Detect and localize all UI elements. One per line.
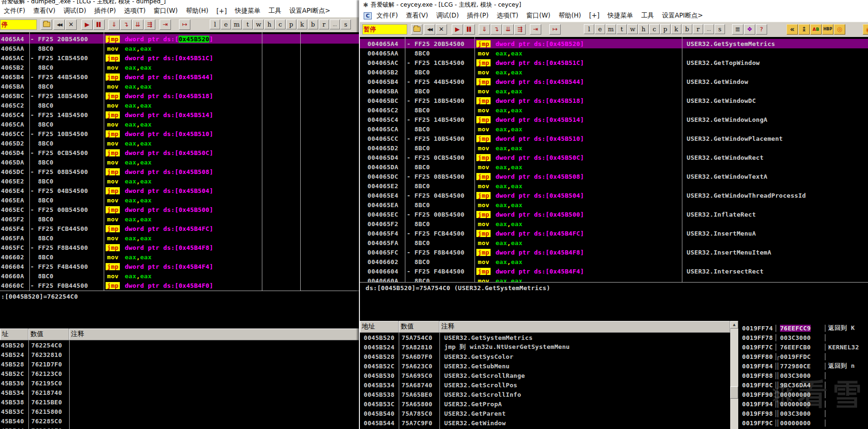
menu-item-5[interactable]: 窗口(W): [527, 11, 551, 20]
open-file-icon[interactable]: [41, 19, 52, 30]
till-return-icon[interactable]: ⇥: [530, 24, 541, 35]
shortcut-e-button[interactable]: e: [221, 19, 231, 29]
disasm-row[interactable]: 406604- FF25 F4B44500jmpdword ptr ds:[0x…: [0, 262, 359, 271]
disasm-row[interactable]: 4065BA 8BC0moveax,eax: [0, 82, 359, 91]
disasm-row[interactable]: 4065CC- FF25 10B54500jmpdword ptr ds:[0x…: [0, 129, 359, 138]
shortcut-l-button[interactable]: l: [584, 24, 594, 34]
table-row[interactable]: 0045B53C75A65800USER32.GetPropA: [360, 399, 730, 409]
till-user-icon[interactable]: ↦: [179, 19, 190, 30]
table-row[interactable]: 0045B52875A6D7F0USER32.GetSysColor: [360, 352, 730, 361]
disasm-row[interactable]: 4065DA 8BC0moveax,eax: [0, 157, 359, 167]
shortcut-more-button[interactable]: ...: [704, 24, 714, 34]
stack-row[interactable]: 0019FF74 76EEFCC9返回到 K: [738, 323, 868, 333]
disasm-row[interactable]: 4065BC- FF25 18B54500jmpdword ptr ds:[0x…: [0, 91, 359, 100]
animate-over-icon[interactable]: ⇶: [514, 24, 526, 35]
column-header-3[interactable]: 注释: [439, 321, 730, 332]
menu-item-8[interactable]: 快捷菜单: [235, 7, 260, 15]
shortcut-r-button[interactable]: r: [693, 24, 703, 34]
stack-row[interactable]: 0019FF84│772980CE返回到 n: [738, 361, 868, 371]
disasm-row[interactable]: 004065AA 8BC0moveax,eax: [360, 48, 868, 58]
disasm-row[interactable]: 004065B2 8BC0moveax,eax: [360, 67, 868, 77]
origin-icon[interactable]: ◎: [834, 24, 845, 35]
animate-over-icon[interactable]: ⇶: [144, 19, 155, 30]
restart-icon[interactable]: ◀◀: [54, 19, 65, 30]
plugin-icon[interactable]: ❖: [744, 24, 755, 35]
table-row[interactable]: 0045B52475A82810jmp 到 win32u.NtUserGetSy…: [360, 342, 730, 352]
disasm-row[interactable]: 40660C- FF25 F0B44500jmpdword ptr ds:[0x…: [0, 281, 359, 290]
shortcut-k-button[interactable]: k: [297, 19, 307, 29]
menu-item-1[interactable]: 查看(V): [406, 11, 428, 20]
disasm-row[interactable]: 4065AC- FF25 1CB54500jmpdword ptr ds:[0x…: [0, 53, 359, 63]
disasm-row[interactable]: 004065EA 8BC0moveax,eax: [360, 200, 868, 210]
shortcut-t-button[interactable]: t: [242, 19, 253, 29]
open-file-icon[interactable]: [411, 24, 422, 35]
table-row[interactable]: 45B53476218740: [0, 388, 359, 397]
shortcut-m-button[interactable]: m: [606, 24, 616, 34]
disasm-row[interactable]: 004065D2 8BC0moveax,eax: [360, 143, 868, 153]
stack-row[interactable]: 0019FF80┌0019FFDC: [738, 352, 868, 361]
disasm-row[interactable]: 4065A4- FF25 20B54500jmpdword ptr ds:[0x…: [0, 34, 359, 44]
disasm-row[interactable]: 004065F2 8BC0moveax,eax: [360, 219, 868, 228]
till-return-icon[interactable]: ⇥: [160, 19, 171, 30]
menu-item-3[interactable]: 插件(P): [94, 7, 116, 15]
disasm-row[interactable]: 004065E4- FF25 04B54500jmpdword ptr ds:[…: [360, 191, 868, 200]
disasm-row[interactable]: 40660A 8BC0moveax,eax: [0, 271, 359, 281]
menu-item-6[interactable]: 帮助(H): [558, 11, 581, 20]
table-row[interactable]: 45B5287621D7F0: [0, 359, 359, 369]
shortcut-l-button[interactable]: l: [210, 19, 220, 29]
disasm-row[interactable]: 004065A4- FF25 20B54500jmpdword ptr ds:[…: [360, 39, 868, 48]
disasm-row[interactable]: 004065FC- FF25 F8B44500jmpdword ptr ds:[…: [360, 247, 868, 257]
options-icon[interactable]: ≣: [732, 24, 743, 35]
animate-into-icon[interactable]: ⇊: [132, 19, 143, 30]
disasm-row[interactable]: 4065B4- FF25 44B54500jmpdword ptr ds:[0x…: [0, 72, 359, 82]
back-icon[interactable]: «: [787, 24, 798, 35]
disasm-row[interactable]: 4065CA 8BC0moveax,eax: [0, 119, 359, 129]
stack-row[interactable]: 0019FF98│003C3000: [738, 409, 868, 418]
disasm-row[interactable]: 004065DC- FF25 08B54500jmpdword ptr ds:[…: [360, 172, 868, 181]
disasm-row[interactable]: 406602 8BC0moveax,eax: [0, 252, 359, 262]
menu-item-9[interactable]: 工具: [641, 11, 654, 20]
menu-item-4[interactable]: 选项(T): [124, 7, 146, 15]
stack-row[interactable]: 0019FF78 003C3000: [738, 333, 868, 342]
shortcut-r-button[interactable]: r: [319, 19, 329, 29]
shortcut-h-button[interactable]: h: [638, 24, 649, 34]
menu-item-0[interactable]: 文件(F): [4, 7, 25, 15]
hbp-icon[interactable]: HBP: [822, 24, 833, 35]
step-over-icon[interactable]: ↴: [120, 19, 132, 30]
animate-into-icon[interactable]: ⇊: [502, 24, 514, 35]
disasm-row[interactable]: 00406602 8BC0moveax,eax: [360, 257, 868, 266]
disasm-row[interactable]: 4065F4- FF25 FCB44500jmpdword ptr ds:[0x…: [0, 224, 359, 233]
disasm-row[interactable]: 004065C4- FF25 14B54500jmpdword ptr ds:[…: [360, 115, 868, 124]
table-row[interactable]: 0045B54075A785C0USER32.GetParent: [360, 409, 730, 418]
close-icon[interactable]: ✕: [436, 24, 447, 35]
vertical-scrollbar[interactable]: ▲: [730, 321, 738, 429]
step-into-icon[interactable]: ⇓: [108, 19, 120, 30]
disasm-row[interactable]: 4065B2 8BC0moveax,eax: [0, 63, 359, 72]
menu-item-6[interactable]: 帮助(H): [186, 7, 208, 15]
table-row[interactable]: 45B5447622C9F0: [0, 426, 359, 429]
disasm-row[interactable]: 004065FA 8BC0moveax,eax: [360, 238, 868, 247]
updown-icon[interactable]: ↨: [798, 24, 810, 35]
column-header-2[interactable]: 数值: [28, 329, 69, 340]
shortcut-more-button[interactable]: ...: [330, 19, 340, 29]
menu-item-10[interactable]: 设置API断点>: [289, 7, 331, 15]
table-row[interactable]: 45B53876215BE0: [0, 397, 359, 407]
disasm-row[interactable]: 4065D4- FF25 0CB54500jmpdword ptr ds:[0x…: [0, 148, 359, 157]
help-icon[interactable]: ?: [756, 24, 767, 35]
disasm-row[interactable]: 004065D4- FF25 0CB54500jmpdword ptr ds:[…: [360, 153, 868, 162]
stack-row[interactable]: 0019FF8C│9BC36DA4: [738, 380, 868, 390]
disasm-row[interactable]: 004065CC- FF25 10B54500jmpdword ptr ds:[…: [360, 134, 868, 143]
disasm-row[interactable]: 004065CA 8BC0moveax,eax: [360, 124, 868, 134]
stack-row[interactable]: 0019FF94│00000000: [738, 399, 868, 409]
disasm-row[interactable]: 4065F2 8BC0moveax,eax: [0, 214, 359, 224]
disasm-row[interactable]: 4065D2 8BC0moveax,eax: [0, 138, 359, 148]
stack-row[interactable]: 0019FF7C 76EEFCB0KERNEL32: [738, 342, 868, 352]
disasm-row[interactable]: 0040660A 8BC0moveax,eax: [360, 276, 868, 282]
menu-item-8[interactable]: 快捷菜单: [608, 11, 633, 20]
menu-item-2[interactable]: 调试(D): [436, 11, 459, 20]
disasm-row[interactable]: 004065B4- FF25 44B54500jmpdword ptr ds:[…: [360, 77, 868, 86]
disasm-row[interactable]: 4065DC- FF25 08B54500jmpdword ptr ds:[0x…: [0, 167, 359, 176]
menu-item-0[interactable]: 文件(F): [376, 11, 398, 20]
shortcut-k-button[interactable]: k: [671, 24, 681, 34]
menu-item-9[interactable]: 工具: [268, 7, 281, 15]
